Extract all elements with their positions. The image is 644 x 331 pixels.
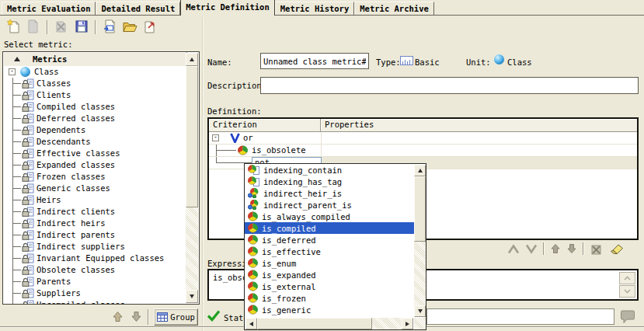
- definition-row-or[interactable]: - or: [209, 132, 637, 145]
- column-header-criterion[interactable]: Criterion: [209, 119, 321, 132]
- dropdown-item-is-generic[interactable]: is_generic: [245, 304, 414, 315]
- tree-item-label: Expanded classes: [37, 160, 115, 169]
- scroll-up-button[interactable]: [186, 53, 198, 66]
- scrollbar-thumb[interactable]: [257, 318, 372, 329]
- tree-row-dependents[interactable]: Dependents: [3, 124, 186, 136]
- group-button[interactable]: Group: [154, 308, 198, 326]
- tree-row-expanded-classes[interactable]: Expanded classes: [3, 159, 186, 171]
- tree-row-indirect-heirs[interactable]: Indirect heirs: [3, 218, 186, 229]
- definition-row-is-obsolete[interactable]: is_obsolete: [209, 145, 637, 157]
- comment-bubble-icon[interactable]: [620, 309, 635, 325]
- dropdown-item-is-expanded[interactable]: is_expanded: [245, 269, 414, 280]
- tab-metric-history[interactable]: Metric History: [275, 2, 355, 15]
- collapse-box[interactable]: -: [9, 68, 16, 75]
- tab-metric-evaluation[interactable]: Metric Evaluation: [2, 2, 96, 15]
- dropdown-item-is-external[interactable]: is_external: [245, 280, 414, 292]
- criterion-with-relation-icon: [248, 188, 259, 198]
- tree-row-suppliers[interactable]: Suppliers: [3, 287, 186, 299]
- expression-scroll-up-button[interactable]: [619, 272, 635, 284]
- tree-row-obsolete-classes[interactable]: Obsolete classes: [3, 264, 186, 276]
- tree-row-indirect-clients[interactable]: Indirect clients: [3, 206, 186, 218]
- dropdown-item-is-frozen[interactable]: is_frozen: [245, 292, 414, 304]
- dropdown-item-label: indexing_contain: [263, 166, 342, 175]
- move-criterion-up-button[interactable]: [550, 243, 561, 254]
- name-input[interactable]: [260, 53, 369, 69]
- tree-row-uncompiled-classes[interactable]: Uncompiled classes: [3, 299, 186, 304]
- delete-metric-button[interactable]: [51, 18, 71, 37]
- tree-row-invariant-equipped-classes[interactable]: Invariant Equipped classes: [3, 253, 186, 264]
- dropdown-item-is-always-compiled[interactable]: is_always_compiled: [245, 211, 414, 222]
- dropdown-item-indirect-parent-is[interactable]: indirect_parent_is: [245, 199, 414, 211]
- ruler-icon: [400, 56, 413, 67]
- move-metric-up-button[interactable]: [110, 309, 124, 323]
- duplicate-metric-button[interactable]: [23, 18, 44, 37]
- or-operator-icon: [525, 244, 538, 254]
- tab-detailed-result[interactable]: Detailed Result: [96, 2, 180, 15]
- move-criterion-down-button[interactable]: [566, 243, 577, 254]
- tree-item-label: Frozen classes: [37, 172, 106, 181]
- scrollbar-thumb[interactable]: [186, 66, 198, 207]
- scrollbar-thumb[interactable]: [414, 176, 426, 242]
- tree-row-descendants[interactable]: Descendants: [3, 136, 186, 148]
- metric-icon: [22, 78, 34, 90]
- tree-row-frozen-classes[interactable]: Frozen classes: [3, 171, 186, 183]
- tree-item-label: Uncompiled classes: [37, 300, 125, 304]
- or-operator-button[interactable]: [525, 244, 538, 254]
- type-label: Type:: [376, 57, 401, 67]
- tree-row-indirect-parents[interactable]: Indirect parents: [3, 229, 186, 241]
- comment-input[interactable]: [426, 308, 614, 325]
- dropdown-item-indexing-has-tag[interactable]: indexing_has_tag: [245, 176, 414, 187]
- panel-splitter[interactable]: [202, 17, 204, 331]
- description-label: Description:: [207, 81, 266, 90]
- tree-row-parents[interactable]: Parents: [3, 276, 186, 287]
- column-header-properties[interactable]: Properties: [321, 119, 637, 132]
- dropdown-item-is-enum[interactable]: is_enum: [245, 257, 414, 269]
- and-operator-button[interactable]: [507, 244, 520, 254]
- tree-row-compiled-classes[interactable]: Compiled classes: [3, 101, 186, 113]
- metric-icon: [22, 230, 34, 242]
- description-input[interactable]: [260, 77, 639, 94]
- tree-row-deferred-classes[interactable]: Deferred classes: [3, 113, 186, 124]
- criterion-dropdown: indexing_containindexing_has_tagindirect…: [244, 163, 426, 330]
- dropdown-item-is-deferred[interactable]: is_deferred: [245, 234, 414, 246]
- tree-item-label: Generic classes: [37, 183, 110, 193]
- tree-vertical-scrollbar[interactable]: [186, 53, 198, 303]
- erase-definition-button[interactable]: [609, 243, 624, 255]
- save-metric-button[interactable]: [71, 18, 92, 37]
- dropdown-horizontal-scrollbar[interactable]: [245, 318, 414, 329]
- metrics-column-header[interactable]: Metrics: [3, 52, 187, 67]
- tree-row-effective-classes[interactable]: Effective classes: [3, 148, 186, 159]
- tree-row-generic-classes[interactable]: Generic classes: [3, 183, 186, 194]
- metric-icon: [22, 277, 34, 288]
- delete-criterion-button[interactable]: [590, 243, 604, 255]
- dropdown-item-label: is_external: [262, 282, 316, 291]
- new-metric-button[interactable]: [3, 18, 23, 37]
- dropdown-item-indexing-contain[interactable]: indexing_contain: [245, 164, 414, 176]
- tree-row-clients[interactable]: Clients: [3, 89, 186, 101]
- tree-row-classes[interactable]: Classes: [3, 78, 186, 89]
- scroll-down-button[interactable]: [186, 290, 198, 303]
- import-icon: [102, 19, 117, 36]
- tree-row-indirect-suppliers[interactable]: Indirect suppliers: [3, 241, 186, 253]
- tab-metric-definition[interactable]: Metric Definition: [180, 0, 274, 16]
- collapse-box[interactable]: -: [212, 134, 219, 141]
- move-metric-down-button[interactable]: [129, 309, 143, 323]
- open-metrics-button[interactable]: [120, 18, 140, 37]
- scroll-down-button[interactable]: [414, 305, 426, 317]
- export-metrics-button[interactable]: [140, 18, 160, 37]
- dropdown-item-is-effective[interactable]: is_effective: [245, 246, 414, 257]
- tree-item-label: Dependents: [37, 125, 85, 134]
- tab-metric-archive[interactable]: Metric Archive: [354, 2, 434, 15]
- dropdown-item-indirect-heir-is[interactable]: indirect_heir_is: [245, 187, 414, 199]
- import-metrics-button[interactable]: [99, 18, 120, 37]
- dropdown-vertical-scrollbar[interactable]: [414, 164, 426, 318]
- class-unit-icon: [494, 54, 504, 64]
- tree-row-class[interactable]: - Class: [3, 66, 186, 78]
- dropdown-item-is-compiled[interactable]: is_compiled: [245, 222, 414, 234]
- tree-row-heirs[interactable]: Heirs: [3, 194, 186, 206]
- tree-item-label: Heirs: [37, 195, 61, 204]
- scroll-left-button[interactable]: [245, 318, 257, 329]
- scroll-right-button[interactable]: [402, 318, 413, 329]
- expression-scroll-down-button[interactable]: [619, 285, 635, 298]
- scroll-up-button[interactable]: [414, 165, 426, 176]
